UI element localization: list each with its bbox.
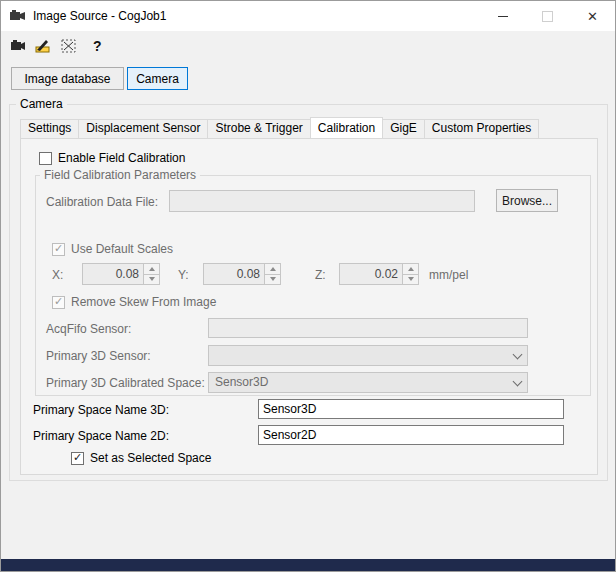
checkbox-box: ✓ (52, 243, 65, 256)
image-database-button[interactable]: Image database (11, 67, 124, 90)
tab-displacement-sensor[interactable]: Displacement Sensor (78, 119, 208, 138)
image-source-window: Image Source - CogJob1 ✕ ? Image databas… (0, 0, 616, 572)
scale-x-stepper[interactable]: 0.08 (82, 263, 160, 285)
help-icon[interactable]: ? (87, 36, 107, 56)
tab-custom-properties[interactable]: Custom Properties (424, 119, 539, 138)
scale-x-label: X: (52, 268, 63, 282)
scale-x-value: 0.08 (83, 264, 143, 284)
set-as-selected-space-checkbox[interactable]: ✓ Set as Selected Space (71, 451, 211, 465)
chevron-down-icon (507, 381, 527, 385)
tab-strip: Settings Displacement Sensor Strobe & Tr… (20, 117, 538, 138)
camera-groupbox: Camera Settings Displacement Sensor Stro… (9, 104, 608, 481)
camera-connect-icon[interactable] (9, 36, 29, 56)
primary-space-name-2d-input[interactable] (258, 425, 564, 445)
field-calibration-parameters-groupbox: Field Calibration Parameters Calibration… (35, 175, 591, 396)
calibration-data-file-input[interactable] (169, 190, 475, 212)
titlebar: Image Source - CogJob1 ✕ (1, 1, 615, 31)
spinner-down-icon[interactable] (144, 274, 159, 285)
minimize-button[interactable] (480, 1, 525, 31)
setup-ruler-icon[interactable] (33, 36, 53, 56)
tab-gige[interactable]: GigE (382, 119, 425, 138)
primary-3d-sensor-select[interactable] (208, 345, 528, 366)
use-default-scales-checkbox[interactable]: ✓ Use Default Scales (52, 242, 173, 256)
calibration-tabpage: ✓ Enable Field Calibration Field Calibra… (20, 138, 598, 475)
primary-space-name-2d-label: Primary Space Name 2D: (33, 429, 169, 443)
use-default-scales-label: Use Default Scales (71, 242, 173, 256)
checkbox-box: ✓ (52, 296, 65, 309)
window-title: Image Source - CogJob1 (33, 9, 166, 23)
set-as-selected-space-label: Set as Selected Space (90, 451, 211, 465)
tab-calibration[interactable]: Calibration (310, 117, 383, 138)
primary-space-name-3d-label: Primary Space Name 3D: (33, 403, 169, 417)
primary-3d-calibrated-space-select[interactable]: Sensor3D (208, 372, 528, 393)
maximize-button[interactable] (525, 1, 570, 31)
spinner-up-icon[interactable] (265, 264, 280, 274)
calibration-data-file-label: Calibration Data File: (46, 195, 158, 209)
camera-groupbox-label: Camera (16, 97, 67, 111)
scale-unit-label: mm/pel (429, 268, 468, 282)
scale-z-spin (402, 264, 418, 284)
maximize-icon (542, 11, 553, 22)
acqfifo-sensor-label: AcqFifo Sensor: (46, 322, 131, 336)
region-clear-icon[interactable] (59, 36, 79, 56)
scale-y-value: 0.08 (204, 264, 264, 284)
spinner-down-icon[interactable] (403, 274, 418, 285)
enable-field-calibration-checkbox[interactable]: ✓ Enable Field Calibration (39, 151, 185, 165)
tab-strobe-trigger[interactable]: Strobe & Trigger (207, 119, 310, 138)
scale-y-spin (264, 264, 280, 284)
acqfifo-sensor-input[interactable] (208, 318, 528, 338)
svg-text:?: ? (93, 38, 102, 54)
primary-space-name-3d-input[interactable] (258, 399, 564, 419)
remove-skew-label: Remove Skew From Image (71, 295, 216, 309)
scale-y-label: Y: (178, 268, 189, 282)
scale-z-label: Z: (315, 268, 326, 282)
spinner-up-icon[interactable] (144, 264, 159, 274)
checkmark-icon: ✓ (54, 296, 63, 307)
camera-button[interactable]: Camera (127, 67, 188, 90)
checkbox-box: ✓ (71, 452, 84, 465)
checkbox-box: ✓ (39, 152, 52, 165)
minimize-icon (498, 16, 508, 17)
taskbar-strip (1, 559, 615, 571)
primary-3d-calibrated-space-label: Primary 3D Calibrated Space: (46, 376, 205, 390)
chevron-down-icon (507, 354, 527, 358)
enable-field-calibration-label: Enable Field Calibration (58, 151, 185, 165)
remove-skew-checkbox[interactable]: ✓ Remove Skew From Image (52, 295, 216, 309)
caption-buttons: ✕ (480, 1, 615, 31)
checkmark-icon: ✓ (73, 452, 82, 463)
primary-3d-sensor-label: Primary 3D Sensor: (46, 349, 151, 363)
scale-x-spin (143, 264, 159, 284)
scale-z-stepper[interactable]: 0.02 (339, 263, 419, 285)
spinner-up-icon[interactable] (403, 264, 418, 274)
toolbar: ? (1, 33, 615, 59)
field-calibration-parameters-label: Field Calibration Parameters (40, 168, 200, 182)
spinner-down-icon[interactable] (265, 274, 280, 285)
scale-y-stepper[interactable]: 0.08 (203, 263, 281, 285)
close-button[interactable]: ✕ (570, 1, 615, 31)
primary-3d-calibrated-space-value: Sensor3D (209, 373, 507, 392)
scale-z-value: 0.02 (340, 264, 402, 284)
window-icon (10, 9, 26, 23)
checkmark-icon: ✓ (54, 243, 63, 254)
close-icon: ✕ (587, 10, 598, 23)
tab-settings[interactable]: Settings (20, 119, 79, 138)
browse-button[interactable]: Browse... (496, 189, 558, 212)
